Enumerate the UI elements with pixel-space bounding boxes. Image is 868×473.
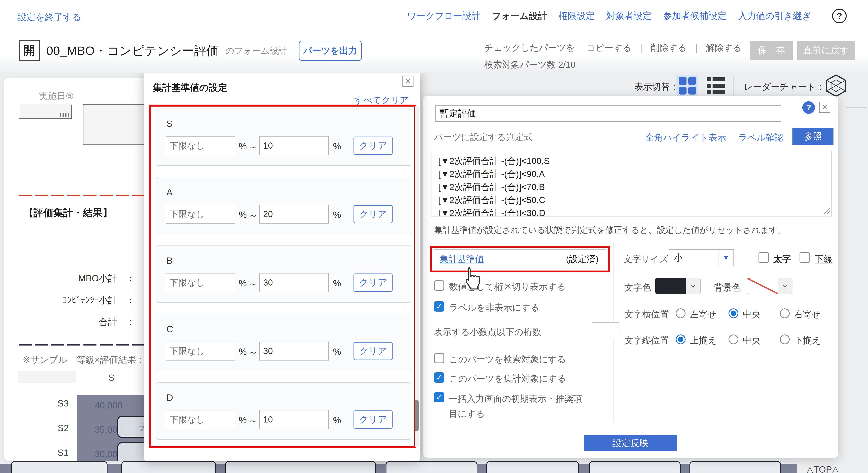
v-align-label: 文字縦位置 xyxy=(624,334,669,346)
table-header-blank xyxy=(18,371,76,383)
digit-grouping-checkbox[interactable] xyxy=(434,280,444,291)
save-button[interactable]: 保 存 xyxy=(750,41,793,60)
part-property-panel: ? ✕ パーツに設定する判定式 全角ハイライト表示 ラベル確認 参照 [▼2次評… xyxy=(423,96,838,458)
percent-label: % xyxy=(333,278,341,289)
lower-bound-input[interactable] xyxy=(166,342,235,360)
delete-action[interactable]: 削除する xyxy=(651,42,686,53)
textarea-resize-icon[interactable] xyxy=(823,207,830,214)
clear-all-link[interactable]: すべてクリア xyxy=(354,94,409,106)
upper-bound-input[interactable] xyxy=(259,273,329,292)
lower-bound-input[interactable] xyxy=(166,273,235,292)
bulk-initial-checkbox[interactable]: ✓ xyxy=(434,392,444,402)
upper-bound-input[interactable] xyxy=(259,342,329,360)
grade-card-b: B % ～ % クリア xyxy=(156,245,411,303)
clear-button[interactable]: クリア xyxy=(353,410,393,428)
shelf-part-chip[interactable] xyxy=(121,461,216,473)
part-name-input[interactable] xyxy=(435,105,781,122)
clear-button[interactable]: クリア xyxy=(353,205,393,223)
apply-settings-button[interactable]: 設定反映 xyxy=(584,435,677,451)
formula-textarea[interactable]: [▼2次評価合計 -(合)]<100,S [▼2次評価合計 -(合)]<90,A… xyxy=(431,151,832,216)
hide-label-label[interactable]: ラベルを非表示にする xyxy=(449,302,539,314)
h-align-center-label[interactable]: 中央 xyxy=(743,308,761,320)
grade-label: A xyxy=(166,187,173,198)
panel-help-icon[interactable]: ? xyxy=(802,101,815,114)
aggregate-checkbox[interactable]: ✓ xyxy=(434,372,444,383)
back-to-top-link[interactable]: △TOP△ xyxy=(806,464,839,473)
shelf-part-chip[interactable] xyxy=(386,461,477,473)
page-title-suffix: のフォーム設計 xyxy=(225,45,287,57)
bulk-initial-label[interactable]: 一括入力画面の初期表示・推奨項目にする xyxy=(449,391,587,421)
underline-checkbox[interactable] xyxy=(800,253,810,263)
close-icon[interactable]: ✕ xyxy=(402,76,413,87)
h-align-center-radio[interactable] xyxy=(728,308,738,318)
h-align-left-label[interactable]: 左寄せ xyxy=(690,308,717,320)
reset-warning-text: 集計基準値が設定されている状態で判定式を修正すると、設定した値がリセットされます… xyxy=(434,225,786,236)
upper-bound-input[interactable] xyxy=(259,136,329,155)
row-label-s1: S1 xyxy=(51,447,75,458)
v-align-top-radio[interactable] xyxy=(676,334,685,344)
hide-label-checkbox[interactable]: ✓ xyxy=(434,301,444,312)
nav-form-design[interactable]: フォーム設計 xyxy=(492,10,547,22)
shelf-part-chip[interactable] xyxy=(589,461,681,473)
searchable-checkbox[interactable] xyxy=(434,353,444,363)
aggregate-label[interactable]: このパーツを集計対象にする xyxy=(449,373,566,385)
decimal-digits-input[interactable] xyxy=(592,322,619,338)
bold-label[interactable]: 太字 xyxy=(773,253,791,265)
nav-workflow-design[interactable]: ワークフロー設計 xyxy=(407,10,480,22)
nav-permission-settings[interactable]: 権限設定 xyxy=(558,10,595,22)
v-align-bottom-radio[interactable] xyxy=(780,334,790,344)
export-parts-button[interactable]: パーツを出力 xyxy=(299,41,362,61)
reference-button[interactable]: 参照 xyxy=(793,128,834,145)
v-align-center-label[interactable]: 中央 xyxy=(743,334,761,346)
grid-view-icon[interactable] xyxy=(676,75,699,97)
release-action[interactable]: 解除する xyxy=(706,42,742,53)
dropdown-arrow-icon: ▼ xyxy=(718,249,734,266)
top-nav: ワークフロー設計 フォーム設計 権限設定 対象者設定 参加者候補設定 入力値の引… xyxy=(407,0,811,32)
h-align-right-radio[interactable] xyxy=(780,308,790,318)
modal-scrollbar[interactable] xyxy=(415,106,418,447)
underline-label[interactable]: 下線 xyxy=(815,253,833,265)
h-align-left-radio[interactable] xyxy=(676,308,685,318)
nav-target-settings[interactable]: 対象者設定 xyxy=(606,10,652,22)
list-view-icon[interactable] xyxy=(705,75,727,97)
view-switch-label: 表示切替： xyxy=(634,81,679,93)
nav-input-carryover[interactable]: 入力値の引き継ぎ xyxy=(738,10,811,22)
label-check-link[interactable]: ラベル確認 xyxy=(738,131,783,144)
lower-bound-input[interactable] xyxy=(166,136,235,155)
clear-button[interactable]: クリア xyxy=(353,137,393,155)
font-size-select[interactable]: 小 ▼ xyxy=(669,249,734,266)
section-title: 【評価集計・結果】 xyxy=(24,206,113,219)
shelf-part-chip[interactable] xyxy=(11,461,107,473)
undo-button[interactable]: 直前に戻す xyxy=(797,41,855,60)
lower-bound-input[interactable] xyxy=(166,205,235,224)
scrollbar-thumb[interactable] xyxy=(415,400,418,431)
clear-button[interactable]: クリア xyxy=(353,273,393,292)
grade-label: C xyxy=(166,324,173,334)
fullwidth-highlight-link[interactable]: 全角ハイライト表示 xyxy=(645,131,726,144)
h-align-right-label[interactable]: 右寄せ xyxy=(794,308,821,320)
font-color-picker[interactable] xyxy=(655,278,701,294)
shelf-part-chip[interactable] xyxy=(486,461,579,473)
nav-participant-candidate-settings[interactable]: 参加者候補設定 xyxy=(663,10,726,22)
grade-card-d: D % ～ % クリア xyxy=(156,382,411,440)
radar-chart-icon[interactable] xyxy=(824,74,848,97)
lower-bound-input[interactable] xyxy=(166,410,235,429)
help-icon[interactable]: ? xyxy=(832,9,847,23)
v-align-bottom-label[interactable]: 下揃え xyxy=(794,334,821,346)
searchable-label[interactable]: このパーツを検索対象にする xyxy=(449,353,566,365)
shelf-part-chip[interactable] xyxy=(689,461,781,473)
bg-color-picker[interactable] xyxy=(747,278,793,294)
aggregation-criteria-link[interactable]: 集計基準値 xyxy=(439,253,484,265)
v-align-center-radio[interactable] xyxy=(728,334,738,344)
exit-settings-link[interactable]: 設定を終了する xyxy=(18,11,82,23)
copy-action[interactable]: コピーする xyxy=(586,42,631,53)
date-field[interactable] xyxy=(19,105,72,119)
panel-close-icon[interactable]: ✕ xyxy=(819,101,830,113)
clear-button[interactable]: クリア xyxy=(353,342,393,360)
upper-bound-input[interactable] xyxy=(259,205,329,224)
v-align-top-label[interactable]: 上揃え xyxy=(690,334,717,346)
upper-bound-input[interactable] xyxy=(259,410,329,429)
shelf-part-chip[interactable] xyxy=(225,461,376,473)
bold-checkbox[interactable] xyxy=(758,253,769,263)
percent-label: % xyxy=(333,141,341,152)
